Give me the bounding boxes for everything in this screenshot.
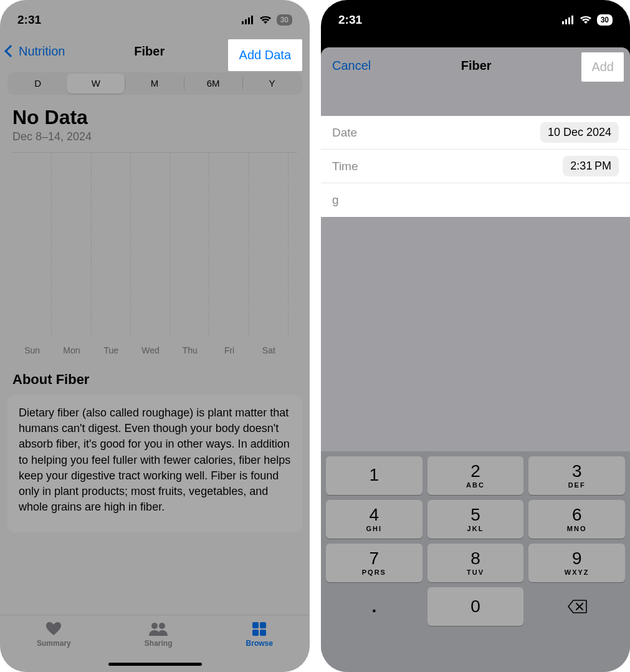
tab-summary[interactable]: Summary xyxy=(37,622,71,648)
key-6[interactable]: 6MNO xyxy=(528,500,625,539)
grid-icon xyxy=(252,622,267,636)
backspace-icon xyxy=(567,599,587,614)
chart-day-label: Sun xyxy=(12,345,52,355)
key-delete[interactable] xyxy=(528,587,625,626)
home-indicator[interactable] xyxy=(108,663,202,666)
add-data-sheet: Cancel Fiber Date 10 Dec 2024 Time 2:31 … xyxy=(321,47,630,672)
time-range-segmented-control[interactable]: D W M 6M Y xyxy=(7,72,302,95)
svg-point-4 xyxy=(151,623,158,629)
svg-rect-9 xyxy=(260,630,266,636)
segment-6month[interactable]: 6M xyxy=(184,74,242,94)
status-time: 2:31 xyxy=(17,13,41,27)
segment-day[interactable]: D xyxy=(9,74,67,94)
key-1[interactable]: 1 xyxy=(326,456,422,495)
wifi-icon xyxy=(580,16,592,24)
svg-rect-3 xyxy=(251,16,253,24)
key-dot[interactable]: . xyxy=(326,587,422,626)
chart-day-label: Thu xyxy=(170,345,209,355)
about-section: About Fiber Dietary fiber (also called r… xyxy=(7,372,302,532)
key-3[interactable]: 3DEF xyxy=(528,456,625,495)
heart-icon xyxy=(45,622,62,636)
time-label: Time xyxy=(332,160,358,173)
svg-rect-10 xyxy=(562,21,564,24)
time-row[interactable]: Time 2:31 PM xyxy=(321,150,630,183)
back-button[interactable]: Nutrition xyxy=(6,44,65,59)
svg-rect-6 xyxy=(252,622,259,628)
segment-week[interactable]: W xyxy=(67,74,125,94)
chevron-left-icon xyxy=(4,45,17,57)
svg-rect-1 xyxy=(245,19,247,24)
add-data-button[interactable]: Add Data xyxy=(228,39,302,71)
about-body: Dietary fiber (also called roughage) is … xyxy=(7,395,302,532)
key-7[interactable]: 7PQRS xyxy=(326,544,422,582)
battery-icon: 30 xyxy=(277,14,292,26)
date-row[interactable]: Date 10 Dec 2024 xyxy=(321,116,630,150)
svg-rect-11 xyxy=(565,19,567,24)
chart-heading: No Data xyxy=(12,106,297,129)
svg-rect-7 xyxy=(260,622,266,628)
sheet-title: Fiber xyxy=(461,59,492,73)
tab-bar: Summary Sharing Browse xyxy=(0,615,310,672)
segment-month[interactable]: M xyxy=(125,74,183,94)
cellular-icon xyxy=(242,16,254,24)
wifi-icon xyxy=(259,16,272,24)
cancel-button[interactable]: Cancel xyxy=(332,59,371,73)
tab-label: Summary xyxy=(37,639,71,648)
svg-rect-0 xyxy=(242,21,244,24)
svg-rect-12 xyxy=(568,17,570,24)
chart-day-label: Tue xyxy=(92,345,131,355)
chart-day-label: Sat xyxy=(249,345,289,355)
back-label: Nutrition xyxy=(19,44,65,59)
svg-rect-13 xyxy=(571,16,573,24)
tab-sharing[interactable]: Sharing xyxy=(145,622,173,648)
add-button[interactable]: Add xyxy=(581,52,624,82)
key-5[interactable]: 5JKL xyxy=(427,500,524,539)
time-value[interactable]: 2:31 PM xyxy=(563,156,619,176)
page-title: Fiber xyxy=(134,44,165,59)
key-4[interactable]: 4GHI xyxy=(326,500,422,539)
svg-rect-8 xyxy=(252,630,259,636)
status-time: 2:31 xyxy=(338,13,362,27)
chart-day-label: Fri xyxy=(209,345,249,355)
date-label: Date xyxy=(332,126,357,140)
chart-day-label: Mon xyxy=(52,345,91,355)
people-icon xyxy=(148,622,168,636)
battery-icon: 30 xyxy=(597,14,613,26)
key-9[interactable]: 9WXYZ xyxy=(528,544,625,582)
key-8[interactable]: 8TUV xyxy=(427,544,524,582)
phone-left: 2:31 30 Nutrition Fiber D W M xyxy=(0,0,310,672)
status-bar: 2:31 30 xyxy=(321,0,630,34)
tab-browse[interactable]: Browse xyxy=(246,622,273,648)
svg-point-5 xyxy=(159,623,165,629)
svg-rect-2 xyxy=(248,17,250,24)
chart-area: No Data Dec 8–14, 2024 Sun Mon Tue Wed T… xyxy=(0,101,310,362)
about-title: About Fiber xyxy=(7,372,302,395)
cellular-icon xyxy=(562,16,575,24)
chart-box: Sun Mon Tue Wed Thu Fri Sat xyxy=(12,152,297,358)
status-bar: 2:31 30 xyxy=(0,0,310,34)
chart-date-range: Dec 8–14, 2024 xyxy=(12,130,297,143)
tab-label: Sharing xyxy=(145,639,173,648)
key-2[interactable]: 2ABC xyxy=(427,456,524,495)
tab-label: Browse xyxy=(246,639,273,648)
chart-day-label: Wed xyxy=(131,345,170,355)
key-0[interactable]: 0 xyxy=(427,587,524,626)
data-entry-form: Date 10 Dec 2024 Time 2:31 PM g xyxy=(321,116,630,217)
unit-label: g xyxy=(332,193,339,207)
phone-right: 2:31 30 Cancel Fiber Date 10 Dec xyxy=(321,0,630,672)
numeric-keypad: 1 2ABC 3DEF 4GHI 5JKL 6MNO 7PQRS 8TUV 9W… xyxy=(321,451,630,672)
value-row[interactable]: g xyxy=(321,183,630,217)
segment-year[interactable]: Y xyxy=(243,74,301,94)
date-value[interactable]: 10 Dec 2024 xyxy=(540,122,619,143)
